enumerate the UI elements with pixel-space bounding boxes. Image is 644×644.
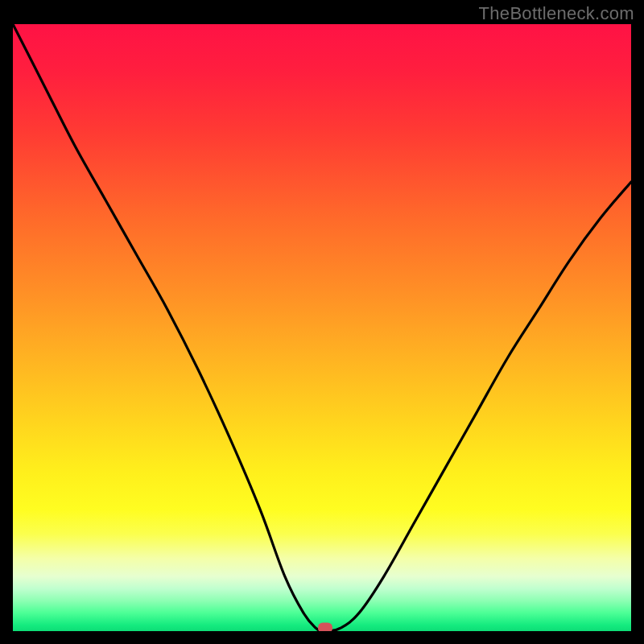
watermark-text: TheBottleneck.com	[479, 3, 634, 24]
minimum-marker	[318, 623, 332, 632]
bottleneck-curve	[13, 24, 631, 631]
curve-svg	[13, 24, 631, 631]
chart-frame: TheBottleneck.com	[0, 0, 644, 644]
plot-area	[13, 24, 631, 631]
